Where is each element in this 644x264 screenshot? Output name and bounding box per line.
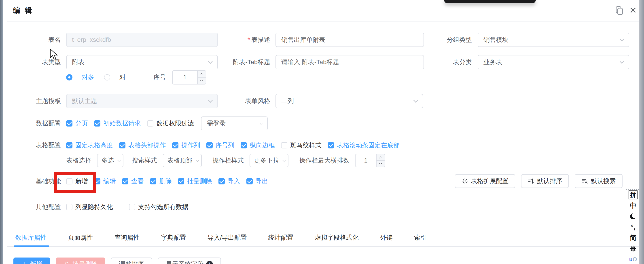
adjust-order-button[interactable]: 调整排序 (111, 258, 152, 264)
checkbox-export[interactable]: 导出 (246, 177, 268, 186)
default-search-button[interactable]: 默认搜索 (575, 174, 622, 188)
tab-database-props[interactable]: 数据库属性 (15, 234, 46, 242)
checkbox-seq-column[interactable]: 序号列 (206, 141, 234, 150)
checkbox-zebra-style[interactable]: 斑马纹样式 (281, 141, 322, 150)
actionbar-style-select[interactable]: 更多下拉 (250, 154, 288, 167)
chevron-down-icon (620, 59, 624, 64)
table-sub-row: 表格选择 多选 搜索样式 表格顶部 操作栏样式 更多下拉 操作栏最大横排数 1 (66, 154, 385, 167)
checkbox-box (150, 178, 156, 184)
close-icon[interactable]: × (628, 2, 639, 18)
radio-one-to-one[interactable]: 一对一 (104, 73, 132, 82)
table-desc-label: * 表描述 (230, 33, 270, 47)
checkbox-add[interactable]: 新增 (66, 177, 88, 186)
group-type-select[interactable]: 销售模块 (478, 33, 629, 47)
dialog-title: 编 辑 (13, 0, 33, 21)
actionbar-max-number-input[interactable]: 1 (355, 154, 385, 167)
search-style-select[interactable]: 表格顶部 (163, 154, 202, 167)
checkbox-delete[interactable]: 删除 (150, 177, 172, 186)
checkbox-vertical-border[interactable]: 纵向边框 (240, 141, 275, 150)
checkbox-box (328, 142, 334, 148)
checkbox-action-column[interactable]: 操作列 (172, 141, 200, 150)
ime-brand-badge[interactable]: uO (629, 255, 637, 264)
gear-icon (462, 178, 468, 184)
show-system-fields-button[interactable]: 显示系统字段 i (158, 258, 221, 264)
table-name-label: 表名 (0, 33, 61, 47)
header-divider (7, 22, 639, 22)
checkbox-select-all-data[interactable]: 支持勾选所有数据 (129, 203, 188, 211)
checkbox-view[interactable]: 查看 (122, 177, 144, 186)
increase-button[interactable] (376, 154, 384, 161)
table-type-select[interactable]: 附表 (66, 55, 218, 69)
ime-pinyin-icon[interactable]: 拼 (628, 190, 638, 200)
ime-chinese-mode-icon[interactable]: 中 (630, 201, 636, 210)
checkbox-label: 初始数据请求 (103, 119, 141, 128)
checkbox-fixed-height[interactable]: 固定表格高度 (66, 141, 113, 150)
tab-index[interactable]: 索引 (414, 234, 427, 242)
form-style-label: 表单风格 (232, 94, 270, 108)
table-config-row: 固定表格高度 表格头部操作 操作列 序号列 纵向边框 斑马纹样式 表格滚动条固定… (66, 139, 400, 152)
form-style-value: 二列 (281, 97, 294, 105)
chevron-down-icon (200, 79, 203, 82)
seq-number-input[interactable]: 1 (172, 70, 206, 84)
ime-drag-handle[interactable] (626, 189, 639, 190)
footer-toolbar: 新增 批量删除 调整排序 显示系统字段 i (14, 258, 221, 264)
ime-simplified-icon[interactable]: 简 (630, 234, 636, 242)
checkbox-import[interactable]: 导入 (218, 177, 240, 186)
radio-one-to-many[interactable]: 一对多 (66, 73, 94, 82)
checkbox-column-persist[interactable]: 列显隐持久化 (66, 203, 113, 211)
table-extend-config-button[interactable]: 表格扩展配置 (455, 174, 515, 188)
radio-dot (104, 74, 110, 80)
theme-select[interactable]: 默认主题 (66, 94, 218, 108)
add-button[interactable]: 新增 (14, 258, 50, 264)
checkbox-edit[interactable]: 编辑 (94, 177, 116, 186)
form-style-select[interactable]: 二列 (276, 94, 423, 108)
theme-label: 主题模板 (0, 94, 61, 108)
tab-import-export-config[interactable]: 导入/导出配置 (208, 234, 247, 242)
restore-window-icon[interactable] (614, 5, 624, 15)
checkbox-header-actions[interactable]: 表格头部操作 (119, 141, 166, 150)
checkbox-paging[interactable]: 分页 (66, 119, 88, 128)
chevron-down-icon (379, 162, 382, 165)
button-label: 批量删除 (72, 260, 98, 264)
table-select-select[interactable]: 多选 (97, 154, 124, 167)
checkbox-box (178, 178, 184, 184)
chevron-up-icon (379, 156, 382, 160)
actionbar-style-label: 操作栏样式 (212, 156, 244, 165)
ime-punctuation-icon[interactable]: °, (631, 223, 635, 232)
tab-dict-config[interactable]: 字典配置 (161, 234, 186, 242)
checkbox-box (281, 142, 287, 148)
batch-delete-button[interactable]: 批量删除 (56, 258, 105, 264)
chevron-up-icon (200, 73, 203, 76)
actionbar-max-spinner (376, 154, 384, 167)
permission-select[interactable]: 需登录 (201, 116, 268, 130)
tab-query-props[interactable]: 查询属性 (114, 234, 140, 242)
decrease-button[interactable] (376, 161, 384, 167)
ime-toolbar: 拼 中 °, 简 uO (627, 190, 639, 264)
checkbox-box (66, 204, 72, 210)
table-name-input[interactable] (66, 33, 218, 47)
active-tab-indicator (14, 246, 49, 247)
default-sort-button[interactable]: 默认排序 (521, 174, 569, 188)
checkbox-box (122, 178, 128, 184)
tab-bar-divider (7, 246, 639, 247)
ime-halfmoon-icon[interactable] (630, 212, 636, 221)
checkbox-box (246, 178, 253, 184)
tab-virtual-field-format[interactable]: 虚拟字段格式化 (315, 234, 359, 242)
tab-title-input[interactable] (276, 55, 424, 69)
checkbox-box (66, 120, 72, 126)
tab-foreign-key[interactable]: 外键 (380, 234, 393, 242)
scrollbar[interactable] (639, 0, 644, 264)
table-category-select[interactable]: 业务表 (478, 55, 629, 69)
table-desc-input[interactable] (276, 33, 424, 47)
crescent-icon (630, 214, 636, 219)
tab-stats-config[interactable]: 统计配置 (268, 234, 294, 242)
checkbox-permission-filter[interactable]: 数据权限过滤 (147, 119, 194, 128)
checkbox-initial-request[interactable]: 初始数据请求 (94, 119, 141, 128)
increase-button[interactable] (198, 71, 206, 78)
tab-page-props[interactable]: 页面属性 (68, 234, 93, 242)
checkbox-batch-delete[interactable]: 批量删除 (178, 177, 212, 186)
ime-settings-icon[interactable] (630, 244, 636, 253)
tab-title-label: 附表-Tab标题 (208, 55, 270, 69)
decrease-button[interactable] (198, 78, 206, 84)
checkbox-scrollbar-bottom[interactable]: 表格滚动条固定在底部 (328, 141, 400, 150)
